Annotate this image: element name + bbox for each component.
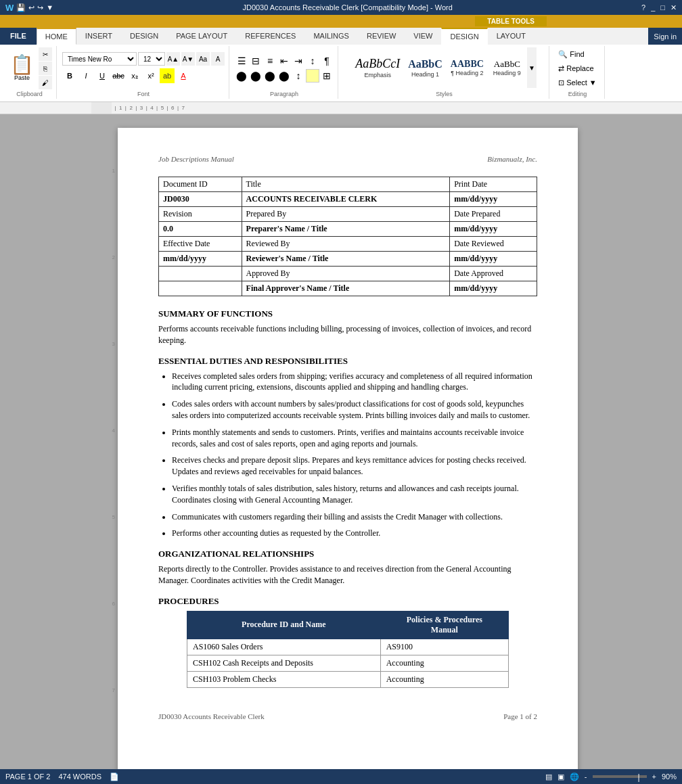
zoom-out-button[interactable]: - bbox=[585, 773, 587, 781]
undo-icon[interactable]: ↩ bbox=[28, 3, 35, 12]
minimize-btn[interactable]: _ bbox=[651, 3, 655, 12]
style-heading1[interactable]: AaBbC Heading 1 bbox=[405, 55, 446, 79]
tab-table-layout[interactable]: LAYOUT bbox=[488, 28, 535, 45]
increase-indent-button[interactable]: ⇥ bbox=[292, 54, 305, 68]
styles-more-button[interactable]: ▼ bbox=[527, 47, 537, 88]
style-items: AaBbCcI Emphasis AaBbC Heading 1 AABBC ¶… bbox=[352, 47, 537, 88]
quick-access: 💾 ↩ ↪ ▼ bbox=[16, 3, 53, 12]
align-left-button[interactable]: ⬤ bbox=[235, 69, 248, 83]
style-heading9[interactable]: AaBbC Heading 9 bbox=[488, 57, 526, 78]
reviewed-by-value: Reviewer's Name / Title bbox=[242, 252, 450, 267]
tab-mailings[interactable]: MAILINGS bbox=[304, 28, 358, 45]
tab-page-layout[interactable]: PAGE LAYOUT bbox=[167, 28, 236, 45]
table-row: Revision Prepared By Date Prepared bbox=[159, 207, 537, 222]
date-prepared-value: mm/dd/yyyy bbox=[450, 222, 537, 237]
italic-button[interactable]: I bbox=[78, 68, 93, 83]
align-right-button[interactable]: ⬤ bbox=[263, 69, 277, 83]
paste-icon: 📋 bbox=[10, 55, 34, 74]
prepared-by-value: Preparer's Name / Title bbox=[242, 222, 450, 237]
copy-button[interactable]: ⎘ bbox=[39, 62, 52, 75]
empty-cell-2 bbox=[159, 281, 242, 296]
grow-font-button[interactable]: A▲ bbox=[166, 52, 180, 66]
header-left: Job Descriptions Manual bbox=[158, 155, 234, 163]
title-bar: W 💾 ↩ ↪ ▼ JD0030 Accounts Receivable Cle… bbox=[0, 0, 682, 15]
word-count: 474 WORDS bbox=[58, 773, 101, 781]
title-value: ACCOUNTS RECEIVABLE CLERK bbox=[242, 192, 450, 207]
date-approved-label: Date Approved bbox=[450, 267, 537, 281]
styles-label: Styles bbox=[436, 89, 453, 97]
shading-button[interactable] bbox=[306, 69, 319, 83]
org-heading: ORGANIZATIONAL RELATIONSHIPS bbox=[158, 549, 537, 559]
zoom-slider[interactable]: | bbox=[593, 775, 647, 778]
tab-review[interactable]: REVIEW bbox=[358, 28, 405, 45]
save-icon[interactable]: 💾 bbox=[16, 3, 26, 12]
table-row: mm/dd/yyyy Reviewer's Name / Title mm/dd… bbox=[159, 252, 537, 267]
document-check-icon[interactable]: 📄 bbox=[110, 773, 119, 781]
proc-policy-3: Accounting bbox=[380, 671, 508, 687]
approved-by-value: Final Approver's Name / Title bbox=[242, 281, 450, 296]
revision-value: 0.0 bbox=[159, 222, 242, 237]
decrease-indent-button[interactable]: ⇤ bbox=[277, 54, 291, 68]
title-bar-controls[interactable]: ? _ □ ✕ bbox=[641, 3, 677, 12]
numbering-button[interactable]: ⊟ bbox=[249, 54, 263, 68]
tab-references[interactable]: REFERENCES bbox=[236, 28, 304, 45]
tab-insert[interactable]: INSERT bbox=[76, 28, 121, 45]
ruler-marks: | 1 | 2 | 3 | 4 | 5 | 6 | 7 bbox=[112, 105, 185, 111]
sign-in-button[interactable]: Sign in bbox=[648, 28, 682, 45]
emphasis-label: Emphasis bbox=[364, 72, 391, 78]
table-row: AS1060 Sales Orders AS9100 bbox=[187, 639, 509, 655]
tab-view[interactable]: VIEW bbox=[405, 28, 441, 45]
shrink-font-button[interactable]: A▼ bbox=[181, 52, 195, 66]
view-print-icon[interactable]: ▣ bbox=[558, 773, 564, 781]
zoom-in-button[interactable]: + bbox=[652, 773, 656, 781]
bullets-button[interactable]: ☰ bbox=[235, 54, 248, 68]
close-btn[interactable]: ✕ bbox=[670, 3, 677, 12]
view-web-icon[interactable]: 🌐 bbox=[570, 773, 579, 781]
font-color-button[interactable]: A bbox=[176, 68, 191, 83]
replace-button[interactable]: ⇄ Replace bbox=[555, 62, 600, 75]
maximize-btn[interactable]: □ bbox=[660, 3, 665, 12]
line-spacing-button[interactable]: ↕ bbox=[292, 69, 305, 83]
heading1-label: Heading 1 bbox=[411, 71, 439, 78]
show-marks-button[interactable]: ¶ bbox=[320, 54, 334, 68]
subscript-button[interactable]: x₂ bbox=[127, 68, 142, 83]
print-date-value: mm/dd/yyyy bbox=[450, 192, 537, 207]
paste-button[interactable]: 📋 Paste bbox=[7, 53, 37, 83]
underline-button[interactable]: U bbox=[95, 68, 110, 83]
clipboard-content: 📋 Paste ✂ ⎘ 🖌 bbox=[7, 47, 52, 89]
table-row: CSH102 Cash Receipts and Deposits Accoun… bbox=[187, 655, 509, 671]
ruler: | 1 | 2 | 3 | 4 | 5 | 6 | 7 bbox=[0, 102, 682, 114]
font-name-select[interactable]: Times New Ro bbox=[62, 52, 137, 66]
bold-button[interactable]: B bbox=[62, 68, 77, 83]
cut-button[interactable]: ✂ bbox=[39, 47, 52, 61]
select-button[interactable]: ⊡ Select ▼ bbox=[555, 76, 600, 89]
highlight-button[interactable]: ab bbox=[160, 68, 175, 83]
align-center-button[interactable]: ⬤ bbox=[249, 69, 263, 83]
footer-right: Page 1 of 2 bbox=[503, 712, 537, 720]
view-normal-icon[interactable]: ▤ bbox=[545, 773, 552, 781]
tab-table-design[interactable]: DESIGN bbox=[441, 28, 487, 45]
sort-button[interactable]: ↕ bbox=[306, 54, 319, 68]
procedures-heading: PROCEDURES bbox=[158, 596, 537, 607]
customize-icon[interactable]: ▼ bbox=[46, 3, 53, 12]
tab-home[interactable]: HOME bbox=[37, 28, 76, 45]
clear-format-button[interactable]: A bbox=[211, 52, 225, 66]
tab-file[interactable]: FILE bbox=[0, 28, 37, 45]
multilevel-button[interactable]: ≡ bbox=[263, 54, 277, 68]
style-heading2[interactable]: AABBC ¶ Heading 2 bbox=[447, 57, 487, 79]
format-painter-button[interactable]: 🖌 bbox=[39, 76, 52, 89]
find-button[interactable]: 🔍 Find bbox=[555, 48, 600, 61]
font-size-select[interactable]: 12 bbox=[138, 52, 165, 66]
header-right: Bizmanualz, Inc. bbox=[487, 155, 537, 163]
para-row-2: ⬤ ⬤ ⬤ ⬤ ↕ ⊞ bbox=[235, 69, 334, 83]
word-icon: W bbox=[5, 3, 14, 13]
strikethrough-button[interactable]: abc bbox=[111, 68, 126, 83]
style-emphasis[interactable]: AaBbCcI Emphasis bbox=[352, 55, 403, 80]
border-button[interactable]: ⊞ bbox=[320, 69, 334, 83]
justify-button[interactable]: ⬤ bbox=[277, 69, 291, 83]
superscript-button[interactable]: x² bbox=[143, 68, 158, 83]
tab-design[interactable]: DESIGN bbox=[121, 28, 167, 45]
change-case-button[interactable]: Aa bbox=[196, 52, 210, 66]
help-icon[interactable]: ? bbox=[641, 3, 645, 12]
redo-icon[interactable]: ↪ bbox=[37, 3, 43, 12]
